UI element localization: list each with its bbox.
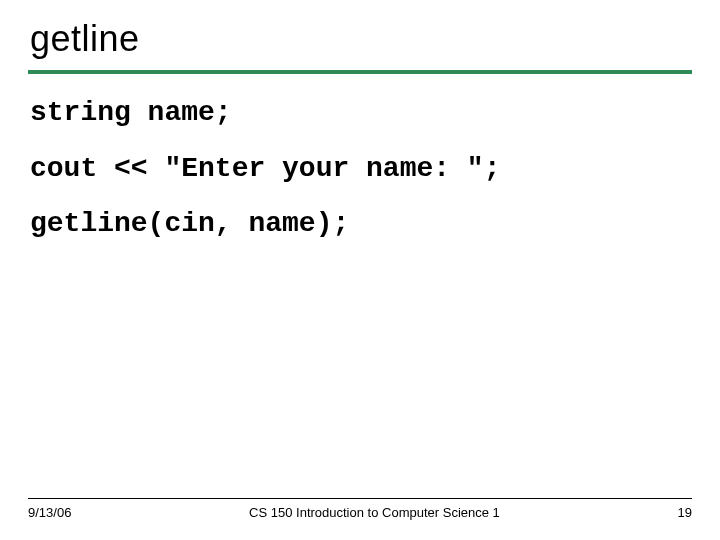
slide: getline string name; cout << "Enter your…: [0, 0, 720, 540]
slide-body: string name; cout << "Enter your name: "…: [28, 74, 692, 241]
footer-page-number: 19: [678, 505, 692, 520]
footer-rule: [28, 498, 692, 499]
code-line-3: getline(cin, name);: [30, 207, 690, 241]
slide-footer: 9/13/06 CS 150 Introduction to Computer …: [28, 498, 692, 520]
slide-title: getline: [30, 18, 692, 60]
footer-date: 9/13/06: [28, 505, 71, 520]
footer-course: CS 150 Introduction to Computer Science …: [71, 505, 677, 520]
footer-row: 9/13/06 CS 150 Introduction to Computer …: [28, 505, 692, 520]
code-line-1: string name;: [30, 96, 690, 130]
code-line-2: cout << "Enter your name: ";: [30, 152, 690, 186]
